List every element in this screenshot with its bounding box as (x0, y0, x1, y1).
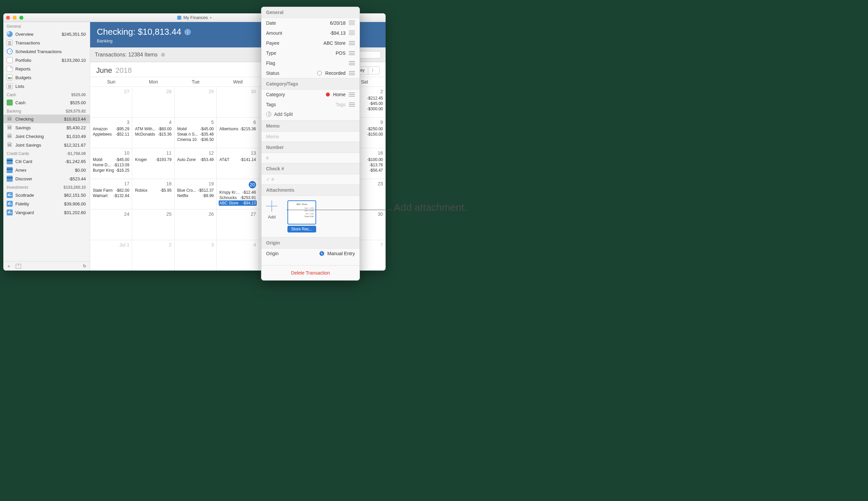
calendar-cell[interactable]: 4 (217, 240, 259, 270)
calendar-cell[interactable]: 30 (217, 86, 259, 117)
transaction-entry[interactable]: ATM With...-$60.00 (134, 126, 172, 131)
row-number[interactable]: # (261, 153, 360, 163)
calendar-cell[interactable]: 6Albertsons-$215.36 (217, 117, 259, 148)
row-date[interactable]: Date6/20/18 (261, 18, 360, 28)
calendar-cell[interactable]: 27 (217, 209, 259, 240)
transaction-entry[interactable]: Auto Zone-$53.49 (177, 157, 214, 162)
calendar-cell[interactable]: 2 (132, 240, 174, 270)
transaction-entry[interactable]: Roblox-$5.95 (134, 188, 172, 193)
transaction-entry[interactable]: State Farm-$82.00 (92, 188, 130, 193)
sidebar-item[interactable]: 🏛Checking$10,813.44 (3, 115, 90, 123)
sidebar-item[interactable]: Scheduled Transactions (3, 47, 90, 56)
calendar-cell[interactable]: 4ATM With...-$60.00McDonalds-$15.36 (132, 117, 174, 148)
calendar-cell[interactable]: 10Mobil-$45.00Home D...-$113.09Burger Ki… (90, 148, 132, 179)
attachment-thumb[interactable]: ABC Store Item 1.00Item 2.00Tax 0.30Tota… (287, 200, 316, 233)
row-tags[interactable]: TagsTags (261, 99, 360, 109)
next-month-button[interactable]: 〉 (368, 66, 380, 74)
sidebar-item[interactable]: Cash$525.00 (3, 98, 90, 107)
calendar-cell[interactable]: 25 (132, 209, 174, 240)
list-icon[interactable] (349, 71, 355, 75)
sidebar-item[interactable]: Citi Card-$1,242.65 (3, 157, 90, 166)
transaction-entry[interactable]: Kroger-$193.79 (134, 157, 172, 162)
sidebar-item[interactable]: 🏛Joint Savings$12,321.67 (3, 141, 90, 149)
sidebar-item[interactable]: Scottrade$62,151.50 (3, 191, 90, 199)
app-icon (177, 16, 181, 20)
transaction-entry[interactable]: Albertsons-$215.36 (219, 126, 257, 131)
calendar-cell[interactable]: 13AT&T-$141.14 (217, 148, 259, 179)
transaction-entry[interactable]: Cinema 10-$36.50 (177, 137, 214, 142)
day-number: 20 (219, 180, 257, 190)
transaction-entry[interactable]: AT&T-$141.14 (219, 157, 257, 162)
row-flag[interactable]: Flag (261, 58, 360, 68)
calendar-cell[interactable]: 28 (132, 86, 174, 117)
calendar-cell[interactable]: 26 (175, 209, 217, 240)
calendar-cell[interactable]: 12Auto Zone-$53.49 (175, 148, 217, 179)
sidebar-item[interactable]: Overview$245,351.50 (3, 30, 90, 39)
calendar-icon[interactable] (349, 20, 355, 26)
refresh-button[interactable]: ↻ (83, 264, 86, 268)
list-icon[interactable] (349, 103, 355, 107)
transaction-entry[interactable]: Blue Cro...-$512.37 (177, 188, 214, 193)
list-icon[interactable] (349, 61, 355, 65)
row-type[interactable]: TypePOS (261, 48, 360, 58)
row-payee[interactable]: PayeeABC Store (261, 38, 360, 48)
sidebar-item[interactable]: Fidelity$39,906.00 (3, 199, 90, 208)
calendar-cell[interactable]: 24 (90, 209, 132, 240)
transaction-entry[interactable]: Burger King-$16.25 (92, 168, 130, 173)
add-split-button[interactable]: Add Split (261, 109, 360, 120)
transaction-entry[interactable]: Walmart-$132.84 (92, 193, 130, 199)
sidebar-item[interactable]: Transactions (3, 39, 90, 47)
collapse-button[interactable]: ⌃ (16, 264, 21, 268)
calendar-cell[interactable]: 20Krispy Kre...-$12.46Schnucks-$253.91AB… (217, 179, 259, 210)
sidebar-item[interactable]: 🏛Joint Checking$1,010.49 (3, 132, 90, 141)
calendar-cell[interactable]: 19Blue Cro...-$512.37Netflix-$9.99 (175, 179, 217, 210)
sidebar-item[interactable]: Discover-$523.44 (3, 174, 90, 183)
split-icon (266, 111, 271, 117)
transaction-entry[interactable]: Schnucks-$253.91 (219, 195, 257, 200)
calendar-cell[interactable]: 11Kroger-$193.79 (132, 148, 174, 179)
inv-icon (7, 201, 13, 207)
list-icon[interactable] (349, 41, 355, 45)
transaction-entry[interactable]: Netflix-$9.99 (177, 193, 214, 199)
calendar-cell[interactable]: Jul 1 (90, 240, 132, 270)
calendar-cell[interactable]: 29 (175, 86, 217, 117)
sidebar-item[interactable]: Portfolio$133,260.10 (3, 56, 90, 64)
transaction-entry[interactable]: Mobil-$45.00 (177, 126, 214, 131)
sidebar-item[interactable]: Budgets (3, 73, 90, 82)
day-number: 3 (92, 119, 130, 126)
delete-transaction-button[interactable]: Delete Transaction (261, 265, 360, 280)
calculator-icon[interactable] (349, 30, 355, 36)
sidebar-item[interactable]: Amex$0.00 (3, 166, 90, 174)
transaction-entry[interactable]: ABC Store-$94.13 (219, 200, 257, 206)
calendar-cell[interactable]: 3 (175, 240, 217, 270)
sidebar-item-amount: $525.00 (70, 100, 86, 105)
calendar-cell[interactable]: 5Mobil-$45.00Steak n S...-$35.48Cinema 1… (175, 117, 217, 148)
day-number: 5 (177, 119, 214, 126)
transaction-entry[interactable]: Home D...-$113.09 (92, 162, 130, 168)
transaction-entry[interactable]: Mobil-$45.00 (92, 157, 130, 162)
sidebar-item[interactable]: Reports (3, 64, 90, 73)
row-check[interactable]: ✓ # (261, 174, 360, 184)
list-icon[interactable] (349, 51, 355, 55)
calendar-cell[interactable]: 17State Farm-$82.00Walmart-$132.84 (90, 179, 132, 210)
calendar-cell[interactable]: 18Roblox-$5.95 (132, 179, 174, 210)
gear-icon[interactable]: ⚙ (161, 52, 165, 57)
info-icon[interactable]: i (185, 29, 191, 35)
row-amount[interactable]: Amount-$94.13 (261, 28, 360, 38)
row-memo[interactable]: Memo (261, 131, 360, 142)
sidebar-item[interactable]: Vanguard$31,202.60 (3, 208, 90, 217)
transaction-entry[interactable]: McDonalds-$15.36 (134, 131, 172, 137)
row-status[interactable]: StatusRecorded (261, 68, 360, 78)
transaction-entry[interactable]: Amazon-$95.29 (92, 126, 130, 131)
add-account-button[interactable]: ＋ (7, 263, 11, 269)
calendar-cell[interactable]: 3Amazon-$95.29Applebees-$52.11 (90, 117, 132, 148)
transaction-entry[interactable]: Steak n S...-$35.48 (177, 131, 214, 137)
calendar-cell[interactable]: 27 (90, 86, 132, 117)
transaction-entry[interactable]: Applebees-$52.11 (92, 131, 130, 137)
transaction-entry[interactable]: Krispy Kre...-$12.46 (219, 190, 257, 195)
list-icon[interactable] (349, 93, 355, 97)
sidebar-item[interactable]: 🏛Savings$5,430.22 (3, 123, 90, 132)
add-attachment-button[interactable]: Add (266, 200, 278, 220)
sidebar-item[interactable]: Lists (3, 82, 90, 90)
row-category[interactable]: CategoryHome (261, 89, 360, 99)
